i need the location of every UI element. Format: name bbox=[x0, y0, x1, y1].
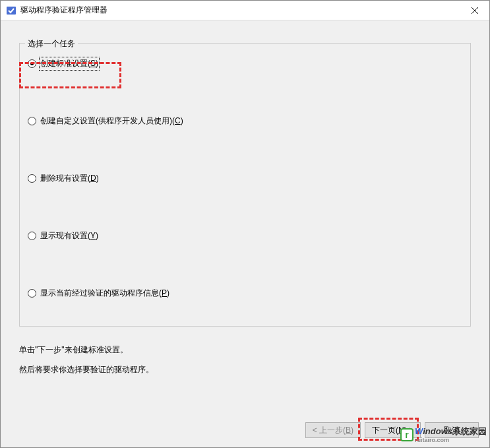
radio-display-existing[interactable]: 显示现有设置(Y) bbox=[26, 230, 464, 241]
instruction-text: 单击"下一步"来创建标准设置。 然后将要求你选择要验证的驱动程序。 bbox=[19, 340, 471, 379]
button-bar: < 上一步(B) 下一页(N) > 取消 bbox=[305, 422, 479, 438]
groupbox-label: 选择一个任务 bbox=[25, 38, 78, 49]
radio-label: 创建自定义设置(供程序开发人员使用)(C) bbox=[40, 115, 183, 127]
radio-icon bbox=[28, 232, 36, 240]
close-icon bbox=[472, 7, 478, 14]
window-title: 驱动程序验证程序管理器 bbox=[20, 5, 107, 16]
radio-create-custom[interactable]: 创建自定义设置(供程序开发人员使用)(C) bbox=[26, 115, 464, 127]
back-button: < 上一步(B) bbox=[305, 422, 361, 438]
cancel-button[interactable]: 取消 bbox=[425, 422, 479, 438]
radio-delete-existing[interactable]: 删除现有设置(D) bbox=[26, 173, 464, 184]
titlebar: 驱动程序验证程序管理器 bbox=[1, 1, 489, 20]
dialog-window: 驱动程序验证程序管理器 选择一个任务 创建标准设置(S) 创建自定义设置(供程序… bbox=[0, 0, 490, 448]
svg-rect-0 bbox=[7, 7, 16, 15]
radio-label: 显示现有设置(Y) bbox=[40, 230, 98, 241]
instruction-line-1: 单击"下一步"来创建标准设置。 bbox=[19, 340, 471, 360]
radio-icon bbox=[28, 59, 36, 68]
radio-create-standard[interactable]: 创建标准设置(S) bbox=[26, 58, 464, 69]
radio-label: 删除现有设置(D) bbox=[40, 173, 99, 184]
content-area: 选择一个任务 创建标准设置(S) 创建自定义设置(供程序开发人员使用)(C) 删… bbox=[1, 20, 489, 414]
radio-label: 显示当前经过验证的驱动程序信息(P) bbox=[40, 288, 169, 299]
close-button[interactable] bbox=[460, 1, 489, 20]
radio-display-verified[interactable]: 显示当前经过验证的驱动程序信息(P) bbox=[26, 288, 464, 299]
app-icon bbox=[6, 5, 16, 16]
instruction-line-2: 然后将要求你选择要验证的驱动程序。 bbox=[19, 360, 471, 379]
radio-icon bbox=[28, 174, 36, 183]
radio-label: 创建标准设置(S) bbox=[40, 58, 98, 69]
radio-icon bbox=[28, 289, 36, 298]
radio-icon bbox=[28, 117, 36, 125]
next-button[interactable]: 下一页(N) > bbox=[365, 422, 421, 438]
task-groupbox: 选择一个任务 创建标准设置(S) 创建自定义设置(供程序开发人员使用)(C) 删… bbox=[19, 43, 471, 327]
